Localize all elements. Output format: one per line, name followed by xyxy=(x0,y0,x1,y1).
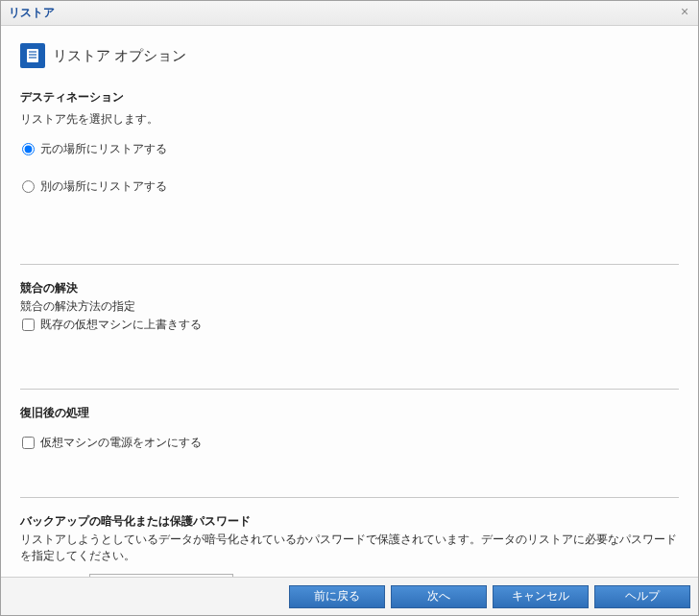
destination-title: デスティネーション xyxy=(20,89,679,106)
overwrite-checkbox-row[interactable]: 既存の仮想マシンに上書きする xyxy=(22,317,679,333)
restore-dialog: リストア × リストア オプション デスティネーション リストア先を選択します。… xyxy=(0,0,699,616)
radio-other-location[interactable]: 別の場所にリストアする xyxy=(22,178,679,195)
next-button[interactable]: 次へ xyxy=(391,585,487,608)
radio-original-input[interactable] xyxy=(22,143,35,155)
cancel-button[interactable]: キャンセル xyxy=(493,585,589,608)
back-button[interactable]: 前に戻る xyxy=(289,585,385,608)
password-section: バックアップの暗号化または保護パスワード リストアしようとしているデータが暗号化… xyxy=(20,513,679,577)
poweron-label: 仮想マシンの電源をオンにする xyxy=(40,435,202,451)
divider xyxy=(20,264,679,265)
help-button[interactable]: ヘルプ xyxy=(594,585,690,608)
overwrite-label: 既存の仮想マシンに上書きする xyxy=(40,317,202,333)
poweron-checkbox[interactable] xyxy=(22,437,35,449)
radio-other-input[interactable] xyxy=(22,180,35,193)
page-header: リストア オプション xyxy=(20,43,679,68)
svg-rect-0 xyxy=(27,49,38,62)
restore-icon xyxy=(20,43,45,68)
post-title: 復旧後の処理 xyxy=(20,405,679,421)
window-title: リストア xyxy=(9,5,55,21)
footer: 前に戻る 次へ キャンセル ヘルプ xyxy=(1,577,698,615)
page-title: リストア オプション xyxy=(53,47,186,65)
radio-original-label: 元の場所にリストアする xyxy=(40,141,167,157)
destination-section: デスティネーション リストア先を選択します。 元の場所にリストアする 別の場所に… xyxy=(20,89,679,195)
radio-other-label: 別の場所にリストアする xyxy=(40,178,167,195)
destination-subtitle: リストア先を選択します。 xyxy=(20,111,679,128)
conflict-title: 競合の解決 xyxy=(20,280,679,296)
divider xyxy=(20,389,679,390)
divider xyxy=(20,497,679,498)
content-area: リストア オプション デスティネーション リストア先を選択します。 元の場所にリ… xyxy=(1,26,698,577)
post-section: 復旧後の処理 仮想マシンの電源をオンにする xyxy=(20,405,679,451)
password-subtitle: リストアしようとしているデータが暗号化されているかパスワードで保護されています。… xyxy=(20,532,679,564)
poweron-checkbox-row[interactable]: 仮想マシンの電源をオンにする xyxy=(22,435,679,451)
conflict-section: 競合の解決 競合の解決方法の指定 既存の仮想マシンに上書きする xyxy=(20,280,679,333)
conflict-subtitle: 競合の解決方法の指定 xyxy=(20,298,679,315)
password-title: バックアップの暗号化または保護パスワード xyxy=(20,513,679,530)
radio-original-location[interactable]: 元の場所にリストアする xyxy=(22,141,679,157)
overwrite-checkbox[interactable] xyxy=(22,319,35,331)
titlebar: リストア × xyxy=(1,1,698,26)
close-icon[interactable]: × xyxy=(677,5,692,20)
